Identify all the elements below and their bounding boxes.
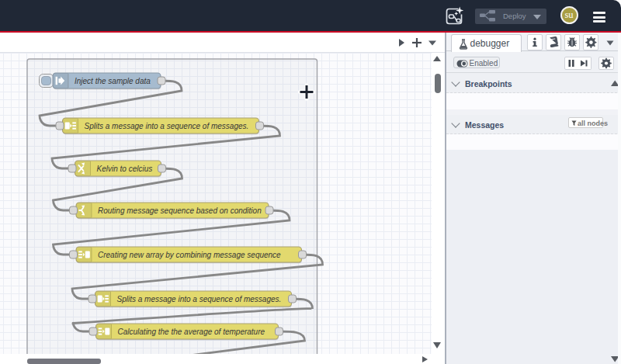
svg-text:Kelvin to celcius: Kelvin to celcius [97, 165, 153, 173]
svg-text:Splits a message into a sequen: Splits a message into a sequence of mess… [117, 295, 282, 303]
svg-text:Inject the sample data: Inject the sample data [75, 77, 151, 85]
svg-text:Creating new array by combinin: Creating new array by combining message … [98, 251, 281, 259]
svg-text:Splits a message into a sequen: Splits a message into a sequence of mess… [85, 122, 249, 130]
svg-text:Routing message sequence based: Routing message sequence based on condit… [98, 206, 262, 215]
svg-text:Calculating the the average of: Calculating the the average of temperatu… [118, 328, 265, 336]
